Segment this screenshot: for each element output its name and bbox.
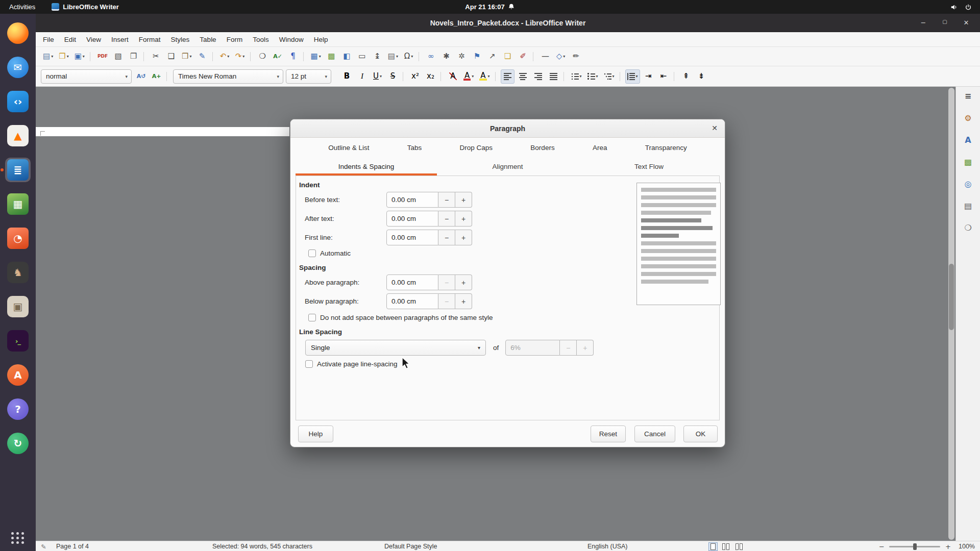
tb-insert-textbox[interactable]: ▭ ▾ [355,49,369,64]
increment-button[interactable]: + [455,230,472,245]
dialog-tab[interactable]: Alignment [437,157,578,176]
tb-insert-chart[interactable]: ◧ ▾ [340,49,354,64]
tb-undo[interactable]: ↶ ▾ [218,49,232,64]
menu-table[interactable]: Table [194,32,221,46]
sidebar-sidebar-settings[interactable]: ≡ [962,89,975,103]
vertical-scrollbar[interactable] [948,88,954,540]
sidebar-style-inspector[interactable]: ❍ [962,221,975,234]
cancel-button[interactable]: Cancel [634,425,675,442]
multi-page-view-button[interactable] [721,543,731,550]
spin-input[interactable]: 0.00 cm [386,293,438,309]
dock-item-libreoffice-impress[interactable]: ◔ [5,226,31,251]
tb-line-spacing[interactable]: ▾ [625,69,640,84]
tb-horizontal-line[interactable]: — ▾ [538,49,552,64]
tb-new-style[interactable]: A+ [150,69,163,84]
dialog-tab[interactable]: Indents & Spacing [296,157,437,176]
tb-redo[interactable]: ↷ ▾ [233,49,247,64]
reset-button[interactable]: Reset [591,425,626,442]
dock-item-thunderbird[interactable]: ✉ [5,55,31,80]
decrement-button[interactable]: − [438,230,455,245]
tb-copy[interactable]: ❑ ▾ [164,49,178,64]
tb-subscript[interactable]: x₂ ▾ [424,69,437,84]
tb-insert-comment[interactable]: ❏ ▾ [501,49,514,64]
tb-new-document[interactable]: ▤ ▾ [41,49,55,64]
tb-insert-special-character[interactable]: Ω ▾ [402,49,415,64]
sidebar-styles[interactable]: A [962,133,975,146]
tb-basic-shapes[interactable]: ◇ ▾ [554,49,568,64]
font-name-combo[interactable]: Times New Roman ▾ [173,69,283,84]
book-view-button[interactable] [734,543,744,550]
document-page-edge[interactable] [36,127,289,136]
tb-insert-image[interactable]: ▩ ▾ [325,49,338,64]
tb-superscript[interactable]: x² ▾ [408,69,422,84]
menu-styles[interactable]: Styles [166,32,195,46]
menu-insert[interactable]: Insert [106,32,134,46]
sidebar-page[interactable]: ▤ [962,199,975,212]
tb-paste[interactable]: ❒ ▾ [180,49,193,64]
word-count-status[interactable]: Selected: 94 words, 545 characters [212,541,312,551]
language-status[interactable]: English (USA) [587,541,628,551]
close-icon[interactable]: ✕ [712,124,718,132]
sidebar-navigator[interactable]: ◎ [962,177,975,190]
tb-align-justify[interactable]: ▾ [547,69,560,84]
tb-track-changes[interactable]: ✐ ▾ [516,49,530,64]
dock-item-boxes-app[interactable]: ▣ [5,294,31,319]
menu-format[interactable]: Format [134,32,166,46]
scrollbar-thumb[interactable] [949,264,954,330]
tb-clear-formatting[interactable]: A ▾ [446,69,460,84]
page-style-status[interactable]: Default Page Style [384,541,437,551]
focused-app-indicator[interactable]: LibreOffice Writer [52,3,119,11]
decrement-button[interactable]: − [438,293,455,309]
document-status-icon[interactable]: ✎ [41,541,46,551]
tb-cut[interactable]: ✂ ▾ [149,49,163,64]
dock-item-dark-app[interactable]: ♞ [5,260,31,285]
tb-increase-paragraph-spacing[interactable]: ⇞ ▾ [679,69,693,84]
system-status-area[interactable] [950,4,980,11]
zoom-in-button[interactable]: + [945,541,951,551]
activities-button[interactable]: Activities [0,0,44,14]
clock-menu[interactable]: Apr 21 16:07 [465,3,514,11]
tb-strikethrough[interactable]: S ▾ [386,69,400,84]
tb-align-left[interactable]: ▾ [501,69,514,84]
page-line-spacing-checkbox[interactable] [305,360,313,368]
tb-update-style[interactable]: A↺ [134,69,148,84]
tb-highlight-color[interactable]: A ▾ [477,69,492,84]
decrement-button[interactable]: − [438,274,455,290]
dialog-tab[interactable]: Borders [530,144,554,152]
tb-insert-hyperlink[interactable]: ∞ ▾ [424,49,438,64]
tb-insert-footnote[interactable]: ✱ ▾ [439,49,453,64]
dock-item-vscode[interactable]: ‹› [5,89,31,114]
zoom-out-button[interactable]: − [879,541,885,551]
increment-button[interactable]: + [455,211,472,227]
tb-insert-page-break[interactable]: ↨ ▾ [371,49,384,64]
help-button[interactable]: Help [298,425,333,442]
tb-save[interactable]: ▣ ▾ [72,49,87,64]
tb-underline[interactable]: U ▾ [371,69,384,84]
tb-formatting-marks[interactable]: ¶ ▾ [286,49,300,64]
decrement-button[interactable]: − [438,192,455,208]
dialog-tab[interactable]: Area [593,144,607,152]
spin-input[interactable]: 0.00 cm [386,230,438,245]
tb-decrease-indent[interactable]: ⇤ ▾ [657,69,671,84]
dock-item-terminal[interactable]: ›_ [5,329,31,353]
increment-button[interactable]: + [455,274,472,290]
dialog-tab[interactable]: Drop Caps [460,144,493,152]
spin-input[interactable]: 0.00 cm [386,211,438,227]
dock-item-libreoffice-calc[interactable]: ▦ [5,192,31,216]
dock-item-help[interactable]: ? [5,397,31,421]
tb-insert-table[interactable]: ▦ ▾ [309,49,323,64]
window-maximize[interactable]: ▢ [940,19,949,27]
window-titlebar[interactable]: Novels_Intro_Packet.docx - LibreOffice W… [36,14,980,32]
tb-spelling[interactable]: A✓ ▾ [271,49,285,64]
tb-insert-field[interactable]: ▤ ▾ [386,49,400,64]
tb-unordered-list[interactable]: ▾ [569,69,584,84]
tb-increase-indent[interactable]: ⇥ ▾ [642,69,655,84]
increment-button[interactable]: + [455,192,472,208]
menu-help[interactable]: Help [309,32,333,46]
decrement-button[interactable]: − [438,211,455,227]
show-applications-button[interactable] [11,532,24,544]
menu-view[interactable]: View [81,32,106,46]
window-close[interactable]: ✕ [962,19,971,27]
dialog-tab[interactable]: Text Flow [578,157,720,176]
tb-decrease-paragraph-spacing[interactable]: ⇟ ▾ [695,69,708,84]
